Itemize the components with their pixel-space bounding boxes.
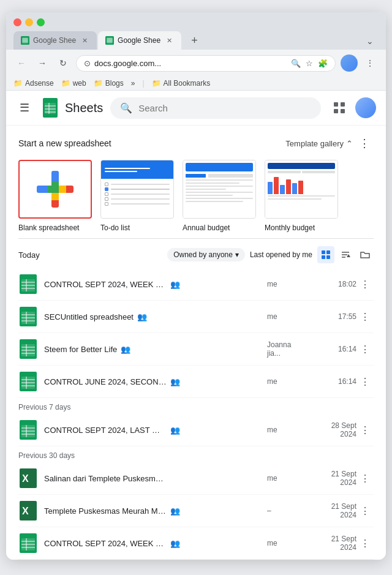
maximize-button[interactable] <box>37 18 45 26</box>
file-row[interactable]: X Templete Puskesmas Meurah Mulia.xlsx 👥… <box>18 495 374 527</box>
file-meta: – 21 Sept 2024 <box>267 502 356 519</box>
search-bar[interactable]: 🔍 <box>110 97 321 119</box>
search-input[interactable] <box>138 103 311 113</box>
sheets-header: ☰ Sheets 🔍 <box>6 91 386 126</box>
address-box[interactable]: ⊙ docs.google.com... 🔍 ☆ 🧩 <box>76 55 336 72</box>
reload-button[interactable]: ↻ <box>55 55 71 71</box>
hamburger-menu-button[interactable]: ☰ <box>16 97 33 118</box>
shared-icon: 👥 <box>137 312 147 321</box>
file-row[interactable]: CONTROL JUNE 2024, SECOND WEEK... 👥 me 1… <box>18 366 374 398</box>
folder-icon: 📁 <box>152 79 161 88</box>
shared-icon: 👥 <box>170 539 180 548</box>
search-icon[interactable]: 🔍 <box>291 59 301 68</box>
grid-view-button[interactable] <box>317 246 334 263</box>
template-monthly-label: Monthly budget <box>265 224 315 232</box>
template-blank-label: Blank spreadsheet <box>18 224 79 232</box>
lock-icon: ⊙ <box>84 59 91 68</box>
forward-button[interactable]: → <box>34 55 50 71</box>
template-monthly[interactable]: Monthly budget <box>265 160 338 232</box>
sheets-logo-icon <box>40 98 60 118</box>
template-gallery-label: Template gallery <box>285 139 344 148</box>
tab2-close-icon[interactable]: ✕ <box>164 36 174 45</box>
recent-filters: Owned by anyone ▾ Last opened by me <box>167 246 374 263</box>
file-time: 16:14 <box>314 377 356 386</box>
file-time: 18:02 <box>314 280 356 288</box>
minimize-button[interactable] <box>25 18 33 26</box>
file-more-button[interactable]: ⋮ <box>356 308 374 325</box>
traffic-lights <box>13 18 379 26</box>
bookmarks-more-button[interactable]: » <box>131 79 135 88</box>
svg-rect-19 <box>341 109 345 113</box>
address-text: docs.google.com... <box>94 59 287 68</box>
file-more-button[interactable]: ⋮ <box>356 421 374 438</box>
file-more-button[interactable]: ⋮ <box>356 276 374 293</box>
tab1-close-icon[interactable]: ✕ <box>80 36 89 45</box>
file-time: 28 Sept 2024 <box>314 421 356 438</box>
apps-button[interactable] <box>328 97 350 119</box>
file-meta: me 28 Sept 2024 <box>267 421 356 438</box>
bookmark-web[interactable]: 📁 web <box>61 79 86 88</box>
file-row[interactable]: CONTROL SEPT 2024, WEEK 3 - Team ... 👥 m… <box>18 527 374 560</box>
bookmark-blogs[interactable]: 📁 Blogs <box>94 79 124 88</box>
owned-by-filter[interactable]: Owned by anyone ▾ <box>167 248 245 261</box>
file-more-button[interactable]: ⋮ <box>356 502 374 519</box>
template-header-right: Template gallery ⌃ ⋮ <box>285 135 374 151</box>
bookmark-all[interactable]: 📁 All Bookmarks <box>152 79 211 88</box>
file-more-button[interactable]: ⋮ <box>356 535 374 552</box>
file-meta: Joanna jia... 16:14 <box>267 340 356 358</box>
template-todo[interactable]: To-do list <box>100 160 174 232</box>
template-gallery-button[interactable]: Template gallery ⌃ <box>285 139 353 148</box>
template-header: Start a new spreadsheet Template gallery… <box>18 135 374 151</box>
title-bar: Google Shee ✕ Google Shee ✕ + ⌄ <box>6 12 386 50</box>
folder-view-button[interactable] <box>356 246 374 263</box>
browser-tab-1[interactable]: Google Shee ✕ <box>13 31 97 50</box>
file-icon-excel: X <box>18 468 38 488</box>
template-thumb-blank <box>18 160 92 219</box>
tab1-title: Google Shee <box>33 36 76 45</box>
file-name: CONTROL SEPT 2024, WEEK 4 - Team ... <box>44 280 167 289</box>
previous-30-days-label: Previous 30 days <box>18 446 374 462</box>
new-tab-button[interactable]: + <box>185 31 204 50</box>
back-button[interactable]: ← <box>13 55 29 71</box>
svg-rect-20 <box>322 250 325 254</box>
view-icons <box>317 246 374 263</box>
browser-tab-2[interactable]: Google Shee ✕ <box>98 31 181 50</box>
file-owner: me <box>267 312 304 321</box>
extension-icon[interactable]: 🧩 <box>318 59 328 68</box>
sort-button[interactable] <box>337 246 354 263</box>
bookmark-adsense[interactable]: 📁 Adsense <box>13 79 54 88</box>
close-button[interactable] <box>13 18 21 26</box>
browser-menu-button[interactable]: ⋮ <box>361 54 379 72</box>
file-name: CONTROL SEPT 2024, WEEK 3 - Team ... <box>44 539 167 548</box>
file-more-button[interactable]: ⋮ <box>356 340 374 358</box>
file-info: CONTROL JUNE 2024, SECOND WEEK... 👥 <box>44 377 267 386</box>
file-more-button[interactable]: ⋮ <box>356 470 374 487</box>
file-row[interactable]: Steem for Better Life 👥 Joanna jia... 16… <box>18 333 374 366</box>
file-more-button[interactable]: ⋮ <box>356 373 374 390</box>
file-time: 16:14 <box>314 345 356 353</box>
template-thumb-todo <box>100 160 174 219</box>
template-annual[interactable]: Annual budget <box>183 160 256 232</box>
file-row[interactable]: SECUntitled spreadsheet 👥 me 17:55 ⋮ <box>18 301 374 333</box>
bookmarks-bar: 📁 Adsense 📁 web 📁 Blogs » | 📁 All Bookma… <box>6 77 386 91</box>
profile-avatar[interactable] <box>341 54 358 72</box>
file-owner: me <box>267 474 304 483</box>
template-blank[interactable]: Blank spreadsheet <box>18 160 92 232</box>
file-info: CONTROL SEPT 2024, WEEK 4 - Team ... 👥 <box>44 280 267 289</box>
file-owner: me <box>267 377 304 386</box>
file-time: 21 Sept 2024 <box>314 535 356 552</box>
file-owner: – <box>267 506 304 515</box>
recent-header: Today Owned by anyone ▾ Last opened by m… <box>18 238 374 268</box>
template-more-button[interactable]: ⋮ <box>355 135 374 151</box>
file-row[interactable]: CONTROL SEPT 2024, LAST WEEK - T... 👥 me… <box>18 414 374 446</box>
template-todo-label: To-do list <box>100 224 130 232</box>
user-avatar[interactable] <box>355 97 376 118</box>
file-row[interactable]: CONTROL SEPT 2024, WEEK 4 - Team ... 👥 m… <box>18 268 374 301</box>
template-thumb-monthly <box>265 160 338 219</box>
bookmark-icon[interactable]: ☆ <box>306 59 313 68</box>
shared-icon: 👥 <box>170 506 180 516</box>
last-opened-filter[interactable]: Last opened by me <box>250 250 312 259</box>
tab-menu-button[interactable]: ⌄ <box>361 32 379 50</box>
file-row[interactable]: X Salinan dari Templete Puskesmas Meurah… <box>18 462 374 495</box>
file-meta: me 21 Sept 2024 <box>267 535 356 552</box>
